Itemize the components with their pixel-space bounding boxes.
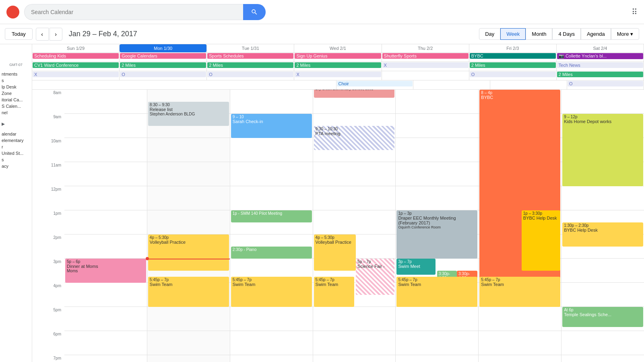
day-header-sun[interactable]: Sun 1/29 — [32, 44, 120, 52]
release-list-event[interactable]: 8:30 – 9:30 Release list Stephen Anderso… — [148, 102, 229, 126]
sidebar-item-1[interactable]: ntments — [0, 71, 32, 77]
time-col-mon: 8:30 – 9:30 Release list Stephen Anderso… — [147, 90, 230, 362]
swim-tue-event[interactable]: 5:45p – 7p Swim Team — [231, 277, 312, 307]
allday-cell-thu-4 — [413, 80, 490, 89]
allday-cell-sun-3: X — [32, 71, 120, 80]
allday-cell-wed-choir: Choir — [336, 80, 413, 89]
smm-meeting-event[interactable]: 1p - SMM 140 Pilot Meeting — [231, 210, 312, 222]
allday-event[interactable]: O — [207, 72, 293, 77]
search-button[interactable] — [243, 4, 266, 20]
cal-item-3[interactable]: r — [0, 144, 32, 150]
allday-cell-mon: Google Calendars — [120, 53, 207, 62]
allday-event[interactable]: 2 Miles — [470, 62, 556, 68]
swim-wed-event[interactable]: 5:45p – 7p Swim Team — [314, 277, 354, 307]
allday-event[interactable]: Sign Up Genius — [295, 53, 381, 59]
allday-cell-sat-4: O — [567, 80, 644, 89]
apps-icon[interactable]: ⠿ — [632, 7, 638, 17]
agenda-view-button[interactable]: Agenda — [581, 28, 611, 40]
temple-event[interactable]: At 6p Temple Sealings Sche... — [562, 307, 643, 327]
bybc-helpdesk-fri-event[interactable]: 1p – 3:30p BYBC Help Desk — [522, 210, 560, 271]
allday-event[interactable]: Shutterfly Sports — [382, 53, 469, 59]
dinner-at-moms-event[interactable]: 5p – 6p Dinner at Moms Moms — [65, 259, 146, 283]
time-label-12pm: 12pm — [32, 186, 64, 210]
allday-event[interactable]: O — [470, 72, 556, 77]
allday-cell-tue-2: 2 Miles — [207, 62, 294, 71]
prev-button[interactable]: ‹ — [36, 28, 49, 41]
swim-meet-event[interactable]: 3p – 7p Swim Meet — [396, 259, 435, 275]
allday-event[interactable]: Tech News — [557, 62, 643, 68]
allday-event[interactable]: X — [33, 72, 119, 77]
allday-cell-thu-3 — [382, 71, 469, 80]
allday-row-3: X O O X O 2 Miles — [32, 71, 644, 80]
time-label-4pm: 4pm — [32, 283, 64, 307]
day-header-tue[interactable]: Tue 1/31 — [207, 44, 294, 52]
day-view-button[interactable]: Day — [479, 28, 500, 40]
sidebar-item-6[interactable]: S Calen... — [0, 103, 32, 109]
cal-item-4[interactable]: United St... — [0, 150, 32, 156]
month-view-button[interactable]: Month — [526, 28, 552, 40]
stem-fair-event[interactable]: STEM Fair Dry Creek Elementary School, 1… — [314, 90, 395, 98]
allday-cell-wed-2: 2 Miles — [294, 62, 382, 71]
bybc-helpdesk-sat-event[interactable]: 1:30p – 2:30p BYBC Help Desk — [562, 222, 643, 247]
allday-event[interactable]: 📷 Collette Ynclan's bl... — [557, 53, 643, 59]
next-button[interactable]: › — [50, 28, 62, 41]
more-view-button[interactable]: More ▾ — [611, 28, 639, 40]
allday-event[interactable]: 2 Miles — [207, 62, 293, 68]
allday-event[interactable]: O — [568, 81, 643, 86]
day-header-sat[interactable]: Sat 2/4 — [557, 44, 644, 52]
swim-mon-event[interactable]: 5:45p – 7p Swim Team — [148, 277, 229, 307]
sidebar-items: ntments s lp Desk Zone itorial Ca... S C… — [0, 71, 32, 116]
calendar-area: Sun 1/29 Mon 1/30 Tue 1/31 Wed 2/1 Thu 2… — [32, 44, 644, 362]
sidebar-item-2[interactable]: s — [0, 77, 32, 84]
allday-event[interactable]: BYBC — [470, 53, 556, 59]
allday-event[interactable]: Google Calendars — [120, 53, 206, 59]
draper-eec-event[interactable]: 1p – 3p Draper EEC Monthly Meeting (Febr… — [396, 210, 477, 259]
allday-event[interactable]: O — [120, 72, 206, 77]
allday-cell-sat-2: Tech News — [557, 62, 644, 71]
cal-item-1[interactable]: alendar — [0, 131, 32, 137]
sidebar-item-7[interactable]: nel — [0, 109, 32, 116]
time-grid: 8am 9am 10am 11am 12pm 1pm 2pm 3pm 4pm 5… — [32, 90, 644, 362]
sidebar-item-4[interactable]: Zone — [0, 90, 32, 97]
cal-item-5[interactable]: s — [0, 156, 32, 163]
4days-view-button[interactable]: 4 Days — [552, 28, 580, 40]
time-label-2pm: 2pm — [32, 234, 64, 259]
swim-thu-event[interactable]: 5:45p – 7p Swim Team — [396, 277, 477, 307]
sidebar-item-3[interactable]: lp Desk — [0, 84, 32, 90]
day-header-fri[interactable]: Fri 2/3 — [469, 44, 557, 52]
cal-item-2[interactable]: elementary — [0, 137, 32, 144]
day-header-thu[interactable]: Thu 2/2 — [382, 44, 469, 52]
allday-event[interactable]: 2 Miles — [557, 72, 643, 77]
allday-event[interactable]: X — [295, 72, 381, 77]
science-fair-event[interactable]: 5p – 7p Science Fair - — [356, 259, 394, 295]
allday-event[interactable]: 2 Miles — [295, 62, 381, 68]
kids-home-depot-event[interactable]: 9 – 12p Kids Home Depot works — [562, 114, 643, 186]
pta-meeting-event[interactable]: 9:30 – 10:30 PTA meeting — [314, 126, 395, 150]
allday-cell-thu-2: X — [382, 62, 469, 71]
allday-event[interactable]: Sports Schedules — [207, 53, 293, 59]
piano-event[interactable]: 2:30p - Piano — [231, 247, 312, 259]
expand-toggle[interactable]: ▸ — [0, 119, 32, 128]
week-view-button[interactable]: Week — [500, 28, 526, 40]
volleyball-wed-event[interactable]: 4p – 5:30p Volleyball Practice — [314, 234, 356, 271]
time-col-sat: 9 – 12p Kids Home Depot works 1:30p – 2:… — [561, 90, 644, 362]
allday-cell-tue-3: O — [207, 71, 294, 80]
nav-bar: Today ‹ › Jan 29 – Feb 4, 2017 Day Week … — [0, 24, 644, 44]
allday-event[interactable]: CV1 Ward Conference — [33, 62, 119, 68]
day-header-mon[interactable]: Mon 1/30 — [120, 44, 207, 52]
main-layout: GMT-07 ntments s lp Desk Zone itorial Ca… — [0, 44, 644, 362]
sidebar-item-5[interactable]: itorial Ca... — [0, 97, 32, 103]
search-input[interactable] — [24, 4, 243, 20]
allday-event[interactable]: Choir — [337, 81, 413, 86]
today-button[interactable]: Today — [5, 28, 33, 40]
allday-event[interactable]: 2 Miles — [120, 62, 206, 68]
allday-event[interactable]: Scheduling Kids — [33, 53, 119, 59]
sarah-checkin-event[interactable]: 9 – 10 Sarah Check-in — [231, 114, 312, 138]
volleyball-mon-event[interactable]: 4p – 5:30p Volleyball Practice — [148, 234, 229, 271]
time-label-8am: 8am — [32, 90, 64, 114]
allday-event[interactable]: X — [382, 62, 469, 68]
swim-fri-event[interactable]: 5:45p – 7p Swim Team — [479, 277, 560, 307]
cal-item-6[interactable]: acy — [0, 163, 32, 169]
day-header-wed[interactable]: Wed 2/1 — [294, 44, 382, 52]
time-label-10am: 10am — [32, 138, 64, 162]
